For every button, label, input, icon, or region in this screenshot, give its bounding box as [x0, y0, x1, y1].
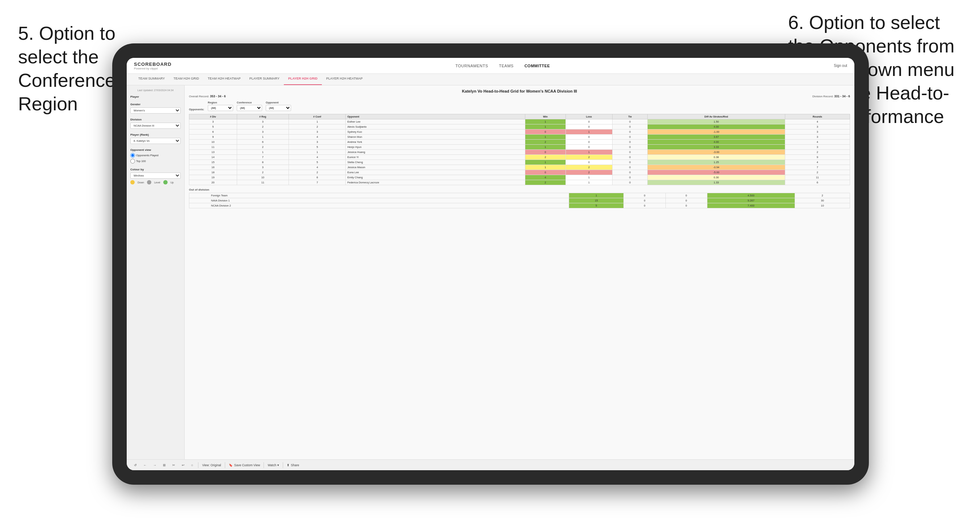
- cell-name: Federica Domecq Lacroze: [346, 180, 525, 185]
- toolbar-view-original[interactable]: View: Original: [202, 464, 221, 467]
- sub-nav-team-summary[interactable]: TEAM SUMMARY: [134, 74, 169, 85]
- sidebar-gender-select[interactable]: Women's: [130, 108, 181, 114]
- sidebar-colour-by-select[interactable]: Win/loss: [130, 173, 181, 179]
- cell-win: 2: [525, 140, 565, 145]
- cell-rounds: 9: [785, 155, 850, 160]
- toolbar-undo[interactable]: ↺: [132, 463, 138, 468]
- cell-tie: 0: [612, 155, 648, 160]
- grid-title: Katelyn Vo Head-to-Head Grid for Women's…: [189, 89, 850, 93]
- table-row: 20 11 7 Federica Domecq Lacroze 2 1 0 1.…: [189, 180, 850, 185]
- cell-rounds: 7: [785, 165, 850, 170]
- cell-win: 1: [525, 124, 565, 130]
- sidebar-division-select[interactable]: NCAA Division III: [130, 122, 181, 129]
- sidebar-gender-label: Gender: [130, 103, 181, 106]
- overall-record: Overall Record: 353 - 34 - 6: [189, 94, 226, 98]
- sub-nav-team-h2h-heatmap[interactable]: TEAM H2H HEATMAP: [204, 74, 245, 85]
- cell-conf: 5: [289, 145, 346, 150]
- filter-opponent-label: Opponent: [266, 101, 291, 104]
- cell-rounds: 2: [785, 170, 850, 175]
- cell-loss: 0: [565, 119, 612, 124]
- filter-opponent-group: Opponent (All): [266, 101, 291, 111]
- toolbar-save-custom[interactable]: 🔖 Save Custom View: [229, 464, 260, 467]
- cell-conf: 6: [289, 175, 346, 180]
- toolbar-grid[interactable]: ⊞: [161, 463, 167, 468]
- ood-table-row: NCAA Division 2 5 0 0 7.400 10: [189, 203, 850, 208]
- toolbar-cut[interactable]: ✂: [171, 463, 177, 468]
- division-record: Division Record: 331 - 34 - 6: [812, 94, 850, 98]
- colour-dot-down: [130, 180, 135, 184]
- toolbar-share[interactable]: ⬆ Share: [287, 464, 299, 467]
- sub-nav-player-summary[interactable]: PLAYER SUMMARY: [245, 74, 284, 85]
- filter-opponent-select[interactable]: (All): [266, 105, 291, 111]
- ood-cell-rounds: 30: [795, 198, 850, 203]
- cell-div: 6: [189, 130, 237, 135]
- cell-win: 1: [525, 145, 565, 150]
- cell-tie: 0: [612, 180, 648, 185]
- sidebar-radio-opponents-played[interactable]: Opponents Played: [130, 153, 181, 158]
- sub-nav-player-h2h-grid[interactable]: PLAYER H2H GRID: [284, 74, 322, 85]
- table-row: 15 8 5 Stella Cheng 1 0 0 1.25 4: [189, 160, 850, 165]
- radio-top100[interactable]: [130, 159, 135, 163]
- ood-cell-diff: 9.267: [707, 198, 795, 203]
- cell-div: 14: [189, 155, 237, 160]
- cell-conf: 5: [289, 160, 346, 165]
- toolbar-back[interactable]: ←: [142, 463, 148, 468]
- nav-tournaments[interactable]: TOURNAMENTS: [455, 63, 488, 68]
- col-tie: Tie: [612, 114, 648, 119]
- out-of-division-table: Foreign Team 1 0 0 4.500 2 NAIA Division…: [189, 193, 850, 208]
- cell-diff: -0.94: [648, 165, 785, 170]
- table-row: 14 7 4 Eunice Yi 2 2 0 0.38 9: [189, 155, 850, 160]
- sidebar-radio-group: Opponents Played Top 100: [130, 153, 181, 163]
- sub-nav-team-h2h-grid[interactable]: TEAM H2H GRID: [169, 74, 204, 85]
- filter-region-select[interactable]: (All): [208, 105, 233, 111]
- cell-name: Heejo Hyun: [346, 145, 525, 150]
- ood-cell-diff: 4.500: [707, 193, 795, 198]
- cell-tie: 0: [612, 150, 648, 155]
- overall-record-value: 353 - 34 - 6: [210, 94, 226, 98]
- cell-diff: 1.50: [648, 119, 785, 124]
- nav-teams[interactable]: TEAMS: [499, 63, 513, 68]
- ood-cell-tie: 0: [665, 203, 707, 208]
- sidebar-player-rank-select[interactable]: 8. Katelyn Vo: [130, 138, 181, 144]
- cell-rounds: 3: [785, 145, 850, 150]
- cell-name: Sharon Mun: [346, 135, 525, 140]
- scoreboard-logo: SCOREBOARD Powered by clippd: [134, 62, 172, 70]
- col-reg: # Reg: [237, 114, 288, 119]
- ood-cell-win: 15: [569, 198, 624, 203]
- filter-opponents: Opponents:: [189, 108, 204, 111]
- ood-cell-win: 5: [569, 203, 624, 208]
- ood-cell-name: Foreign Team: [189, 193, 569, 198]
- nav-committee[interactable]: COMMITTEE: [525, 63, 550, 68]
- cell-conf: 3: [289, 140, 346, 145]
- bottom-toolbar: ↺ ← → ⊞ ✂ ↩ ○ View: Original 🔖 Save Cust…: [127, 459, 854, 470]
- cell-div: 15: [189, 160, 237, 165]
- sidebar-player-label: Player: [130, 95, 181, 98]
- last-updated: Last Updated: 27/03/2024 04:34: [130, 89, 181, 92]
- cell-loss: 1: [565, 150, 612, 155]
- cell-diff: 4.00: [648, 124, 785, 130]
- toolbar-watch[interactable]: Watch ▾: [267, 464, 279, 467]
- sidebar-radio-top100[interactable]: Top 100: [130, 159, 181, 163]
- filter-conference-select[interactable]: (All): [237, 105, 262, 111]
- toolbar-redo[interactable]: ↩: [180, 463, 186, 468]
- filter-region-group: Region (All): [208, 101, 233, 111]
- cell-tie: 0: [612, 140, 648, 145]
- ood-cell-loss: 0: [624, 193, 665, 198]
- division-record-label: Division Record:: [812, 95, 834, 98]
- sign-out-link[interactable]: Sign out: [834, 63, 847, 68]
- cell-reg: 3: [237, 119, 288, 124]
- cell-conf: 1: [289, 150, 346, 155]
- tablet-device: SCOREBOARD Powered by clippd TOURNAMENTS…: [112, 43, 869, 485]
- table-row: 3 3 1 Esther Lee 1 0 0 1.50 4: [189, 119, 850, 124]
- cell-loss: 0: [565, 160, 612, 165]
- cell-loss: 0: [565, 135, 612, 140]
- cell-reg: 10: [237, 175, 288, 180]
- toolbar-circle[interactable]: ○: [190, 463, 194, 468]
- toolbar-divider-4: [283, 462, 283, 468]
- col-conf: # Conf: [289, 114, 346, 119]
- toolbar-forward[interactable]: →: [152, 463, 158, 468]
- cell-conf: 7: [289, 180, 346, 185]
- sub-nav-player-h2h-heatmap[interactable]: PLAYER H2H HEATMAP: [322, 74, 367, 85]
- radio-opponents-played[interactable]: [130, 153, 135, 158]
- colour-label-level: Level: [154, 181, 161, 184]
